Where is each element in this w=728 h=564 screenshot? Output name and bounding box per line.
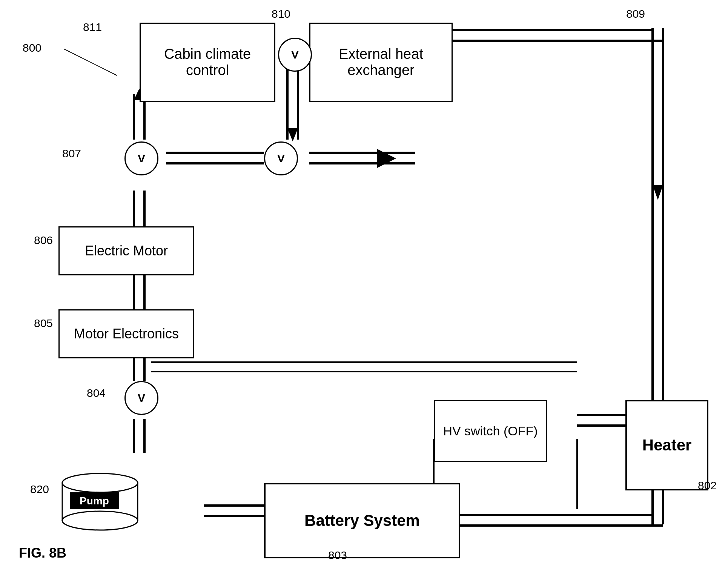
external-heat-label: External heat exchanger — [310, 46, 452, 78]
ref-804: 804 — [87, 387, 106, 400]
svg-point-41 — [62, 511, 138, 530]
svg-marker-22 — [287, 128, 298, 141]
electric-motor-label: Electric Motor — [85, 243, 168, 259]
battery-system-box: Battery System — [264, 483, 460, 558]
valve-807: V — [124, 141, 158, 175]
ref-807: 807 — [62, 147, 81, 160]
ref-800: 800 — [23, 41, 41, 54]
ref-806: 806 — [34, 234, 53, 247]
valve-810: V — [278, 38, 312, 72]
cabin-climate-box: Cabin climate control — [140, 23, 275, 102]
figure-label: FIG. 8B — [19, 545, 66, 561]
motor-electronics-label: Motor Electronics — [74, 326, 179, 342]
valve-804: V — [124, 381, 158, 415]
ref-820: 820 — [30, 483, 49, 496]
ref-803: 803 — [328, 549, 347, 562]
ref-805: 805 — [34, 317, 53, 330]
svg-point-40 — [62, 473, 138, 492]
heater-label: Heater — [642, 436, 692, 454]
valve-mid: V — [264, 141, 298, 175]
motor-electronics-box: Motor Electronics — [58, 309, 194, 358]
svg-text:Pump: Pump — [80, 495, 109, 507]
battery-system-label: Battery System — [304, 512, 420, 530]
ref-809: 809 — [626, 8, 645, 20]
pump-box: Pump — [58, 468, 141, 532]
ref-802: 802 — [698, 479, 717, 492]
electric-motor-box: Electric Motor — [58, 226, 194, 275]
ref-811: 811 — [83, 21, 102, 34]
hv-switch-label: HV switch (OFF) — [443, 424, 538, 438]
heater-box: Heater — [625, 400, 708, 490]
svg-line-38 — [64, 49, 117, 75]
hv-switch-box: HV switch (OFF) — [434, 400, 547, 462]
external-heat-exchanger-box: External heat exchanger — [309, 23, 453, 102]
cabin-climate-label: Cabin climate control — [141, 46, 274, 78]
svg-marker-4 — [653, 185, 663, 200]
diagram-container: Cabin climate control External heat exch… — [0, 0, 728, 564]
ref-810: 810 — [272, 8, 290, 20]
